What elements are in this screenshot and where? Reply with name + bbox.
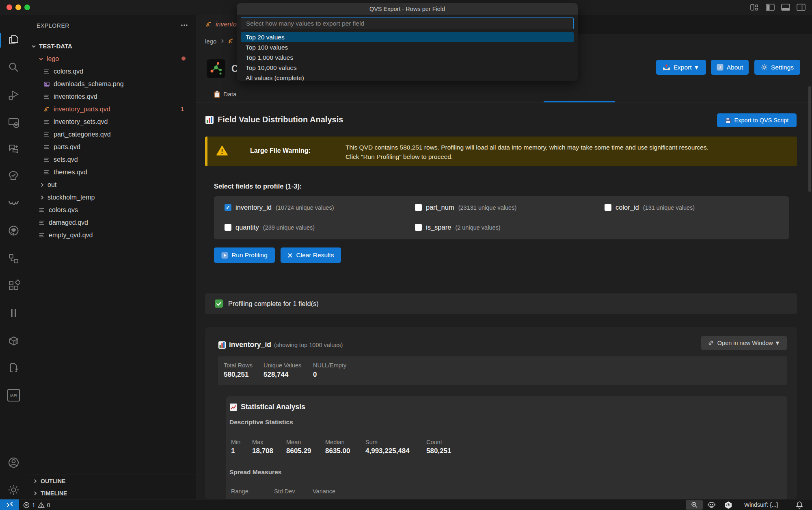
export-button[interactable]: Export ▼ xyxy=(656,60,706,75)
zoom-status-item[interactable] xyxy=(686,500,703,510)
extensions-icon[interactable] xyxy=(7,279,20,292)
tab-bar-divider xyxy=(196,102,812,102)
hexagon-badge-icon[interactable] xyxy=(724,501,732,509)
explorer-icon[interactable] xyxy=(7,34,20,46)
field-card-name: inventory_id xyxy=(229,341,271,349)
tree-folder-stockholm-temp[interactable]: stockholm_temp xyxy=(27,191,196,204)
checkbox-checked-icon[interactable]: ✓ xyxy=(225,204,231,211)
tab-data[interactable]: Data xyxy=(214,89,237,100)
breadcrumb-folder[interactable]: lego xyxy=(205,38,216,45)
play-icon xyxy=(221,252,228,259)
tree-file-colors-qvs[interactable]: colors.qvs xyxy=(27,204,196,216)
account-icon[interactable] xyxy=(7,456,20,469)
copilot-robot-icon[interactable] xyxy=(708,501,715,508)
checkbox-icon[interactable] xyxy=(225,224,231,231)
chevron-right-icon xyxy=(220,38,225,44)
pause-icon[interactable] xyxy=(7,307,20,319)
clear-results-button[interactable]: Clear Results xyxy=(281,247,341,263)
image-file-icon xyxy=(43,81,50,87)
workflow-icon[interactable] xyxy=(7,252,20,265)
tree-file-themes-qvd[interactable]: themes.qvd xyxy=(27,166,196,178)
export-qvs-button[interactable]: Export to QVS Script xyxy=(717,113,797,127)
file-edit-sparkle-icon[interactable] xyxy=(7,362,20,374)
tree-file-part-categories-qvd[interactable]: part_categories.qvd xyxy=(27,128,196,141)
search-icon[interactable] xyxy=(7,61,20,74)
chat-icon[interactable] xyxy=(7,143,20,155)
explorer-more-actions-icon[interactable] xyxy=(180,21,189,30)
field-checkbox-is-spare[interactable]: is_spare (2 unique values) xyxy=(415,224,501,231)
problems-indicator[interactable]: 1 0 xyxy=(23,499,50,510)
checkbox-icon[interactable] xyxy=(415,204,422,211)
api-icon[interactable]: /API xyxy=(7,389,20,401)
warning-line2: Click "Run Profiling" below to proceed. xyxy=(346,152,708,161)
tree-file-damaged-qvd[interactable]: damaged.qvd xyxy=(27,216,196,229)
file-icon xyxy=(43,131,50,138)
section-title: Field Value Distribution Analysis xyxy=(218,115,343,124)
option-top-100[interactable]: Top 100 values xyxy=(241,42,574,52)
remote-explorer-icon[interactable] xyxy=(7,116,20,129)
toggle-primary-sidebar-icon[interactable] xyxy=(766,4,775,11)
field-checkbox-color-id[interactable]: color_id (131 unique values) xyxy=(605,204,695,211)
warning-icon xyxy=(216,145,228,156)
option-top-20[interactable]: Top 20 values xyxy=(241,32,574,42)
tree-folder-out[interactable]: out xyxy=(27,178,196,191)
descriptive-statistics-title: Descriptive Statistics xyxy=(229,419,293,426)
timeline-section[interactable]: TIMELINE xyxy=(27,487,196,499)
remote-indicator[interactable] xyxy=(0,499,19,510)
option-all-values[interactable]: All values (complete) xyxy=(241,73,574,83)
green-check-icon xyxy=(214,299,223,308)
link-icon xyxy=(708,340,714,346)
customize-layout-icon[interactable] xyxy=(750,4,759,11)
tree-file-inventory-parts-qvd[interactable]: inventory_parts.qvd 1 xyxy=(27,103,196,115)
toggle-secondary-sidebar-icon[interactable] xyxy=(797,4,806,11)
tree-folder-lego[interactable]: lego xyxy=(27,52,196,65)
field-checkbox-part-num[interactable]: part_num (23131 unique values) xyxy=(415,204,516,211)
active-tab-underline xyxy=(544,101,615,102)
tree-file-inventory-sets-qvd[interactable]: inventory_sets.qvd xyxy=(27,115,196,128)
zoom-window-button[interactable] xyxy=(24,4,30,10)
scrollbar[interactable] xyxy=(808,86,811,192)
tree-root-test-data[interactable]: TEST-DATA xyxy=(27,40,196,52)
checkbox-icon[interactable] xyxy=(605,204,611,211)
option-top-10000[interactable]: Top 10,000 values xyxy=(241,63,574,73)
tree-file-empty-qvd-qvd[interactable]: empty_qvd.qvd xyxy=(27,229,196,241)
run-profiling-button[interactable]: Run Profiling xyxy=(214,247,275,263)
settings-gear-icon[interactable] xyxy=(7,484,20,496)
export-tray-icon xyxy=(663,64,670,71)
settings-button[interactable]: Settings xyxy=(754,60,800,75)
option-top-1000[interactable]: Top 1,000 values xyxy=(241,52,574,63)
profiling-status-text: Profiling complete for 1 field(s) xyxy=(228,300,319,308)
modal-filter-input[interactable] xyxy=(241,17,574,29)
close-window-button[interactable] xyxy=(6,4,12,10)
file-icon xyxy=(43,68,50,75)
explorer-title: EXPLORER xyxy=(37,22,69,29)
github-icon[interactable] xyxy=(7,224,20,237)
tree-file-colors-qvd[interactable]: colors.qvd xyxy=(27,65,196,78)
windsurf-status-item[interactable]: Windsurf: {...} xyxy=(744,501,778,508)
run-debug-icon[interactable] xyxy=(7,89,20,101)
outline-section[interactable]: OUTLINE xyxy=(27,475,196,487)
bell-icon[interactable] xyxy=(796,501,803,509)
windsurf-icon[interactable] xyxy=(7,197,20,210)
package-icon[interactable] xyxy=(7,334,20,347)
field-card-header: inventory_id (showing top 1000 values) xyxy=(218,341,343,349)
minimize-window-button[interactable] xyxy=(15,4,21,10)
file-icon xyxy=(43,144,50,150)
field-checkbox-inventory-id[interactable]: ✓ inventory_id (10724 unique values) xyxy=(225,204,334,211)
large-file-warning-banner: Large File Warning: This QVD contains 58… xyxy=(205,137,797,166)
field-checkbox-quantity[interactable]: quantity (239 unique values) xyxy=(225,224,315,231)
chevron-right-icon xyxy=(32,478,38,484)
tree-file-downloads-schema-png[interactable]: downloads_schema.png xyxy=(27,78,196,90)
tree-file-parts-qvd[interactable]: parts.qvd xyxy=(27,141,196,153)
tree-file-inventories-qvd[interactable]: inventories.qvd xyxy=(27,90,196,103)
checkbox-icon[interactable] xyxy=(415,224,422,231)
testing-icon[interactable] xyxy=(7,170,20,182)
summary-total-rows: Total Rows 580,251 xyxy=(224,362,253,379)
profiling-complete-banner: Profiling complete for 1 field(s) xyxy=(205,293,797,314)
about-button[interactable]: i About xyxy=(711,60,749,75)
qvs-export-modal: QVS Export - Rows per Field Top 20 value… xyxy=(237,3,578,81)
open-in-new-window-button[interactable]: Open in new Window ▼ xyxy=(701,336,787,350)
toggle-panel-icon[interactable] xyxy=(781,4,790,11)
error-circle-icon xyxy=(23,502,30,508)
tree-file-sets-qvd[interactable]: sets.qvd xyxy=(27,153,196,166)
